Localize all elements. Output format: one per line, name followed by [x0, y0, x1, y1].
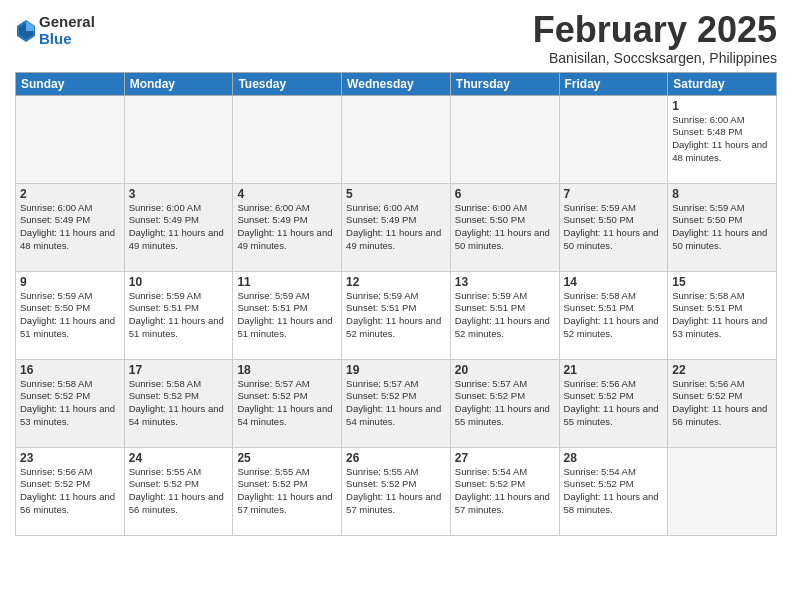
header-monday: Monday [124, 72, 233, 95]
day-info: Sunrise: 5:59 AM Sunset: 5:50 PM Dayligh… [564, 202, 664, 253]
day-number: 22 [672, 363, 772, 377]
header-tuesday: Tuesday [233, 72, 342, 95]
table-row [450, 95, 559, 183]
table-row: 15Sunrise: 5:58 AM Sunset: 5:51 PM Dayli… [668, 271, 777, 359]
table-row: 3Sunrise: 6:00 AM Sunset: 5:49 PM Daylig… [124, 183, 233, 271]
table-row: 10Sunrise: 5:59 AM Sunset: 5:51 PM Dayli… [124, 271, 233, 359]
location-title: Banisilan, Soccsksargen, Philippines [533, 50, 777, 66]
calendar-week-row: 16Sunrise: 5:58 AM Sunset: 5:52 PM Dayli… [16, 359, 777, 447]
table-row: 16Sunrise: 5:58 AM Sunset: 5:52 PM Dayli… [16, 359, 125, 447]
day-number: 17 [129, 363, 229, 377]
day-number: 9 [20, 275, 120, 289]
calendar-week-row: 2Sunrise: 6:00 AM Sunset: 5:49 PM Daylig… [16, 183, 777, 271]
table-row [668, 447, 777, 535]
day-info: Sunrise: 5:56 AM Sunset: 5:52 PM Dayligh… [20, 466, 120, 517]
day-number: 27 [455, 451, 555, 465]
day-info: Sunrise: 5:56 AM Sunset: 5:52 PM Dayligh… [564, 378, 664, 429]
table-row: 23Sunrise: 5:56 AM Sunset: 5:52 PM Dayli… [16, 447, 125, 535]
title-area: February 2025 Banisilan, Soccsksargen, P… [533, 10, 777, 66]
day-number: 14 [564, 275, 664, 289]
day-number: 7 [564, 187, 664, 201]
table-row: 8Sunrise: 5:59 AM Sunset: 5:50 PM Daylig… [668, 183, 777, 271]
day-number: 15 [672, 275, 772, 289]
day-number: 8 [672, 187, 772, 201]
day-number: 26 [346, 451, 446, 465]
day-info: Sunrise: 6:00 AM Sunset: 5:49 PM Dayligh… [237, 202, 337, 253]
header-thursday: Thursday [450, 72, 559, 95]
day-info: Sunrise: 5:59 AM Sunset: 5:51 PM Dayligh… [237, 290, 337, 341]
header-friday: Friday [559, 72, 668, 95]
table-row: 1Sunrise: 6:00 AM Sunset: 5:48 PM Daylig… [668, 95, 777, 183]
day-info: Sunrise: 6:00 AM Sunset: 5:49 PM Dayligh… [129, 202, 229, 253]
logo: General Blue [15, 14, 95, 47]
table-row: 26Sunrise: 5:55 AM Sunset: 5:52 PM Dayli… [342, 447, 451, 535]
day-number: 1 [672, 99, 772, 113]
day-info: Sunrise: 6:00 AM Sunset: 5:48 PM Dayligh… [672, 114, 772, 165]
table-row [124, 95, 233, 183]
day-info: Sunrise: 5:55 AM Sunset: 5:52 PM Dayligh… [129, 466, 229, 517]
day-info: Sunrise: 5:57 AM Sunset: 5:52 PM Dayligh… [346, 378, 446, 429]
day-number: 12 [346, 275, 446, 289]
header-sunday: Sunday [16, 72, 125, 95]
logo-text: General Blue [39, 14, 95, 47]
table-row: 13Sunrise: 5:59 AM Sunset: 5:51 PM Dayli… [450, 271, 559, 359]
day-number: 20 [455, 363, 555, 377]
month-title: February 2025 [533, 10, 777, 50]
svg-marker-2 [26, 21, 34, 31]
logo-icon [17, 20, 35, 42]
day-number: 3 [129, 187, 229, 201]
day-number: 28 [564, 451, 664, 465]
day-info: Sunrise: 5:58 AM Sunset: 5:52 PM Dayligh… [129, 378, 229, 429]
day-info: Sunrise: 5:58 AM Sunset: 5:51 PM Dayligh… [672, 290, 772, 341]
table-row: 12Sunrise: 5:59 AM Sunset: 5:51 PM Dayli… [342, 271, 451, 359]
day-info: Sunrise: 5:55 AM Sunset: 5:52 PM Dayligh… [346, 466, 446, 517]
day-number: 13 [455, 275, 555, 289]
day-info: Sunrise: 5:57 AM Sunset: 5:52 PM Dayligh… [455, 378, 555, 429]
header: General Blue February 2025 Banisilan, So… [15, 10, 777, 66]
table-row: 17Sunrise: 5:58 AM Sunset: 5:52 PM Dayli… [124, 359, 233, 447]
day-info: Sunrise: 5:55 AM Sunset: 5:52 PM Dayligh… [237, 466, 337, 517]
table-row: 4Sunrise: 6:00 AM Sunset: 5:49 PM Daylig… [233, 183, 342, 271]
day-number: 11 [237, 275, 337, 289]
page: General Blue February 2025 Banisilan, So… [0, 0, 792, 612]
table-row: 20Sunrise: 5:57 AM Sunset: 5:52 PM Dayli… [450, 359, 559, 447]
day-info: Sunrise: 6:00 AM Sunset: 5:49 PM Dayligh… [20, 202, 120, 253]
table-row: 18Sunrise: 5:57 AM Sunset: 5:52 PM Dayli… [233, 359, 342, 447]
day-number: 16 [20, 363, 120, 377]
day-number: 23 [20, 451, 120, 465]
day-info: Sunrise: 5:59 AM Sunset: 5:50 PM Dayligh… [20, 290, 120, 341]
header-saturday: Saturday [668, 72, 777, 95]
header-wednesday: Wednesday [342, 72, 451, 95]
table-row: 25Sunrise: 5:55 AM Sunset: 5:52 PM Dayli… [233, 447, 342, 535]
table-row: 14Sunrise: 5:58 AM Sunset: 5:51 PM Dayli… [559, 271, 668, 359]
day-info: Sunrise: 5:59 AM Sunset: 5:51 PM Dayligh… [455, 290, 555, 341]
day-info: Sunrise: 5:57 AM Sunset: 5:52 PM Dayligh… [237, 378, 337, 429]
table-row: 27Sunrise: 5:54 AM Sunset: 5:52 PM Dayli… [450, 447, 559, 535]
day-number: 24 [129, 451, 229, 465]
day-number: 4 [237, 187, 337, 201]
calendar-week-row: 23Sunrise: 5:56 AM Sunset: 5:52 PM Dayli… [16, 447, 777, 535]
day-info: Sunrise: 5:59 AM Sunset: 5:51 PM Dayligh… [346, 290, 446, 341]
table-row: 11Sunrise: 5:59 AM Sunset: 5:51 PM Dayli… [233, 271, 342, 359]
day-info: Sunrise: 5:54 AM Sunset: 5:52 PM Dayligh… [455, 466, 555, 517]
day-info: Sunrise: 6:00 AM Sunset: 5:50 PM Dayligh… [455, 202, 555, 253]
day-info: Sunrise: 5:56 AM Sunset: 5:52 PM Dayligh… [672, 378, 772, 429]
logo-blue: Blue [39, 31, 95, 48]
day-number: 25 [237, 451, 337, 465]
day-info: Sunrise: 6:00 AM Sunset: 5:49 PM Dayligh… [346, 202, 446, 253]
table-row: 19Sunrise: 5:57 AM Sunset: 5:52 PM Dayli… [342, 359, 451, 447]
day-number: 19 [346, 363, 446, 377]
day-number: 2 [20, 187, 120, 201]
table-row: 21Sunrise: 5:56 AM Sunset: 5:52 PM Dayli… [559, 359, 668, 447]
day-info: Sunrise: 5:59 AM Sunset: 5:50 PM Dayligh… [672, 202, 772, 253]
day-info: Sunrise: 5:58 AM Sunset: 5:51 PM Dayligh… [564, 290, 664, 341]
day-number: 6 [455, 187, 555, 201]
logo-general: General [39, 14, 95, 31]
day-number: 18 [237, 363, 337, 377]
table-row: 9Sunrise: 5:59 AM Sunset: 5:50 PM Daylig… [16, 271, 125, 359]
calendar-header-row: Sunday Monday Tuesday Wednesday Thursday… [16, 72, 777, 95]
table-row [342, 95, 451, 183]
table-row [16, 95, 125, 183]
table-row: 6Sunrise: 6:00 AM Sunset: 5:50 PM Daylig… [450, 183, 559, 271]
table-row: 5Sunrise: 6:00 AM Sunset: 5:49 PM Daylig… [342, 183, 451, 271]
